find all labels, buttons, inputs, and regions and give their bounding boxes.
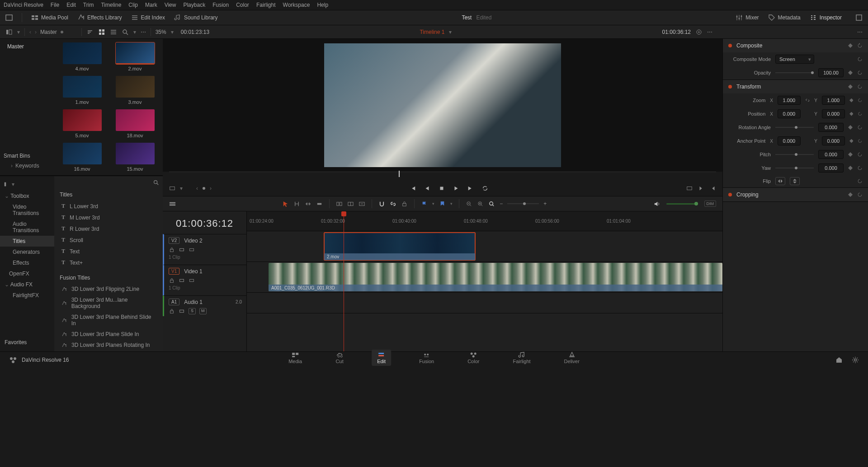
title-preset[interactable]: TScroll xyxy=(54,234,163,246)
title-preset[interactable]: TL Lower 3rd xyxy=(54,201,163,212)
reset-icon[interactable] xyxy=(857,192,863,197)
lock-icon[interactable] xyxy=(169,308,175,314)
metadata-button[interactable]: Metadata xyxy=(768,14,801,21)
menu-fusion[interactable]: Fusion xyxy=(212,2,229,8)
keywords-bin[interactable]: ›Keywords xyxy=(4,161,51,171)
insert-icon[interactable] xyxy=(336,201,343,207)
clip-thumbnail[interactable]: 5.mov xyxy=(58,109,106,138)
lock-icon[interactable] xyxy=(169,277,175,284)
title-preset[interactable]: TR Lower 3rd xyxy=(54,223,163,234)
keyframe-icon[interactable] xyxy=(848,166,853,170)
reset-icon[interactable] xyxy=(857,56,863,62)
menu-timeline[interactable]: Timeline xyxy=(101,2,121,8)
blade-tool-icon[interactable] xyxy=(316,201,323,207)
title-preset[interactable]: TText+ xyxy=(54,257,163,268)
menu-edit[interactable]: Edit xyxy=(66,2,76,8)
reset-icon[interactable] xyxy=(857,152,863,157)
zoom-level[interactable]: 35% xyxy=(156,29,166,35)
link-icon[interactable] xyxy=(805,98,810,103)
menu-fairlight[interactable]: Fairlight xyxy=(256,2,276,8)
anchor-y[interactable]: 0.000 xyxy=(822,136,845,145)
pitch-value[interactable]: 0.000 xyxy=(818,150,844,159)
track-a1[interactable] xyxy=(247,293,722,313)
lock-icon[interactable] xyxy=(401,201,408,207)
edit-index-button[interactable]: Edit Index xyxy=(131,14,165,21)
yaw-slider[interactable] xyxy=(775,168,814,168)
reset-icon[interactable] xyxy=(857,43,863,48)
titles-category[interactable]: Titles xyxy=(0,236,54,247)
reset-icon[interactable] xyxy=(857,178,863,184)
transform-overlay-icon[interactable] xyxy=(169,185,175,191)
transform-header[interactable]: Transform xyxy=(723,80,868,93)
next-edit-icon[interactable] xyxy=(698,185,704,191)
list-view-icon[interactable] xyxy=(110,28,117,36)
opacity-slider[interactable] xyxy=(775,72,814,73)
a1-id[interactable]: A1 xyxy=(169,299,179,305)
stop-icon[interactable] xyxy=(439,185,445,191)
v1-id[interactable]: V1 xyxy=(169,268,179,275)
page-fairlight[interactable]: Fairlight xyxy=(507,350,536,366)
timeline-tracks[interactable]: 01:00:24:0001:00:32:0001:00:40:0001:00:4… xyxy=(247,211,722,351)
trim-tool-icon[interactable] xyxy=(293,201,300,207)
menu-workspace[interactable]: Workspace xyxy=(283,2,310,8)
keyframe-icon[interactable] xyxy=(848,70,853,75)
fusion-title-preset[interactable]: 3D Lower 3rd Plane Behind Slide In xyxy=(54,312,163,329)
play-icon[interactable] xyxy=(453,185,459,191)
timeline-view-icon[interactable] xyxy=(169,201,176,207)
pos-y[interactable]: 0.000 xyxy=(822,109,845,118)
openfx-category[interactable]: OpenFX xyxy=(0,268,54,279)
master-bin[interactable]: Master xyxy=(4,42,51,51)
clip-thumbnail[interactable]: 4.mov xyxy=(58,42,106,71)
toolbox-category[interactable]: ⌄ Toolbox xyxy=(0,191,54,201)
mute-button[interactable]: M xyxy=(199,308,207,314)
flag-icon[interactable] xyxy=(421,201,428,207)
mixer-button[interactable]: Mixer xyxy=(736,14,759,21)
inspector-button[interactable]: Inspector xyxy=(810,14,842,21)
loop-icon[interactable] xyxy=(482,185,488,191)
auto-select-icon[interactable] xyxy=(179,247,185,253)
yaw-value[interactable]: 0.000 xyxy=(818,163,844,173)
dim-button[interactable]: DIM xyxy=(704,201,717,207)
match-frame-icon[interactable] xyxy=(686,185,693,191)
track-v2[interactable]: 2.mov xyxy=(247,231,722,262)
effects-library-button[interactable]: Effects Library xyxy=(77,14,122,21)
reset-icon[interactable] xyxy=(857,165,863,171)
composite-mode-select[interactable]: Screen xyxy=(775,55,814,64)
rotation-slider[interactable] xyxy=(775,127,814,128)
video-transitions[interactable]: Video Transitions xyxy=(0,201,54,219)
playhead[interactable] xyxy=(344,211,344,351)
reset-icon[interactable] xyxy=(857,70,863,75)
page-cut[interactable]: Cut xyxy=(330,350,349,366)
timeline-ruler[interactable]: 01:00:24:0001:00:32:0001:00:40:0001:00:4… xyxy=(247,211,722,231)
scrubber[interactable] xyxy=(169,172,716,181)
search-icon[interactable] xyxy=(153,179,159,186)
track-head-v2[interactable]: V2Video 2 1 Clip xyxy=(163,234,246,265)
v2-id[interactable]: V2 xyxy=(169,237,179,244)
settings-icon[interactable] xyxy=(852,356,859,364)
anchor-x[interactable]: 0.000 xyxy=(778,136,801,145)
lock-icon[interactable] xyxy=(169,247,175,253)
grid-view-icon[interactable] xyxy=(98,28,105,36)
solo-button[interactable]: S xyxy=(189,308,196,314)
disable-icon[interactable] xyxy=(189,277,195,284)
menu-help[interactable]: Help xyxy=(317,2,328,8)
search-icon[interactable] xyxy=(122,28,129,36)
zoom-x[interactable]: 1.000 xyxy=(778,96,801,105)
timecode-options-icon[interactable] xyxy=(695,28,703,36)
full-screen-icon[interactable] xyxy=(855,14,863,21)
reverse-icon[interactable] xyxy=(424,185,430,191)
keyframe-icon[interactable] xyxy=(848,43,853,48)
reset-icon[interactable] xyxy=(857,84,863,89)
effects-category[interactable]: Effects xyxy=(0,257,54,268)
flip-h-button[interactable] xyxy=(775,177,785,185)
reset-icon[interactable] xyxy=(858,98,863,103)
menu-app[interactable]: DaVinci Resolve xyxy=(4,2,43,8)
dynamic-trim-icon[interactable] xyxy=(305,201,311,207)
clip-v1[interactable]: A001_C035_0612UG_001.R3D xyxy=(269,263,722,291)
flip-v-button[interactable] xyxy=(790,177,800,185)
volume-icon[interactable] xyxy=(653,201,660,207)
clip-thumbnail[interactable]: 1.mov xyxy=(58,76,106,105)
page-fusion[interactable]: Fusion xyxy=(414,350,439,366)
pitch-slider[interactable] xyxy=(775,154,814,155)
page-deliver[interactable]: Deliver xyxy=(559,350,585,366)
